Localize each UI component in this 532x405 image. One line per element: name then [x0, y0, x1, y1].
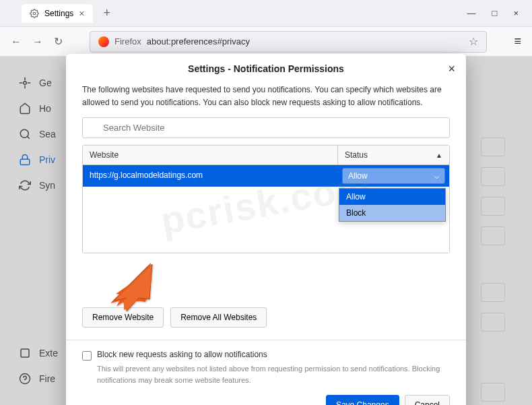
close-window-button[interactable]: × — [513, 8, 519, 18]
website-url: https://g.localmodeldatings.com — [83, 165, 338, 187]
svg-point-0 — [33, 12, 36, 15]
forward-button[interactable]: → — [32, 36, 43, 48]
dialog-header: Settings - Notification Permissions × — [66, 54, 466, 84]
cancel-button[interactable]: Cancel — [405, 395, 450, 405]
dialog-title: Settings - Notification Permissions — [188, 63, 344, 74]
dropdown-option-block[interactable]: Block — [339, 205, 445, 221]
dialog-description: The following websites have requested to… — [82, 84, 450, 109]
block-new-description: This will prevent any websites not liste… — [97, 363, 450, 385]
firefox-icon — [98, 36, 109, 47]
maximize-button[interactable]: □ — [492, 8, 498, 18]
remove-all-websites-button[interactable]: Remove All Websites — [170, 307, 267, 328]
browser-tab[interactable]: Settings × — [22, 4, 93, 23]
status-dropdown[interactable]: Allow ⌵ — [342, 168, 445, 184]
sort-arrow-icon: ▲ — [436, 152, 442, 159]
close-icon[interactable]: × — [79, 8, 84, 19]
save-changes-button[interactable]: Save Changes — [326, 395, 399, 405]
toolbar: ← → ↻ Firefox about:preferences#privacy … — [0, 27, 532, 57]
column-status[interactable]: Status ▲ — [338, 146, 449, 164]
notification-permissions-dialog: Settings - Notification Permissions × Th… — [66, 54, 466, 405]
url-bar[interactable]: Firefox about:preferences#privacy ☆ — [90, 31, 487, 53]
url-text: about:preferences#privacy — [147, 36, 250, 46]
titlebar: Settings × + — □ × — [0, 0, 532, 27]
close-icon[interactable]: × — [448, 62, 455, 76]
bookmark-icon[interactable]: ☆ — [469, 35, 478, 48]
table-row[interactable]: https://g.localmodeldatings.com Allow ⌵ … — [83, 165, 449, 187]
column-website[interactable]: Website — [83, 146, 338, 164]
reload-button[interactable]: ↻ — [54, 35, 63, 48]
tab-title: Settings — [44, 9, 73, 18]
url-prefix: Firefox — [114, 36, 141, 46]
dropdown-option-allow[interactable]: Allow — [339, 189, 445, 205]
status-dropdown-menu: Allow Block — [339, 188, 446, 222]
table-header: Website Status ▲ — [83, 146, 449, 165]
menu-button[interactable]: ≡ — [514, 34, 521, 49]
website-table: Website Status ▲ https://g.localmodeldat… — [82, 145, 450, 253]
block-new-label: Block new requests asking to allow notif… — [97, 350, 267, 359]
minimize-button[interactable]: — — [467, 8, 476, 18]
window-controls: — □ × — [467, 8, 527, 18]
back-button[interactable]: ← — [11, 36, 22, 48]
remove-website-button[interactable]: Remove Website — [82, 307, 164, 328]
gear-icon — [30, 9, 39, 18]
chevron-down-icon: ⌵ — [434, 171, 439, 181]
new-tab-button[interactable]: + — [98, 3, 117, 23]
search-website-input[interactable] — [82, 117, 450, 138]
block-new-checkbox[interactable] — [82, 351, 92, 361]
